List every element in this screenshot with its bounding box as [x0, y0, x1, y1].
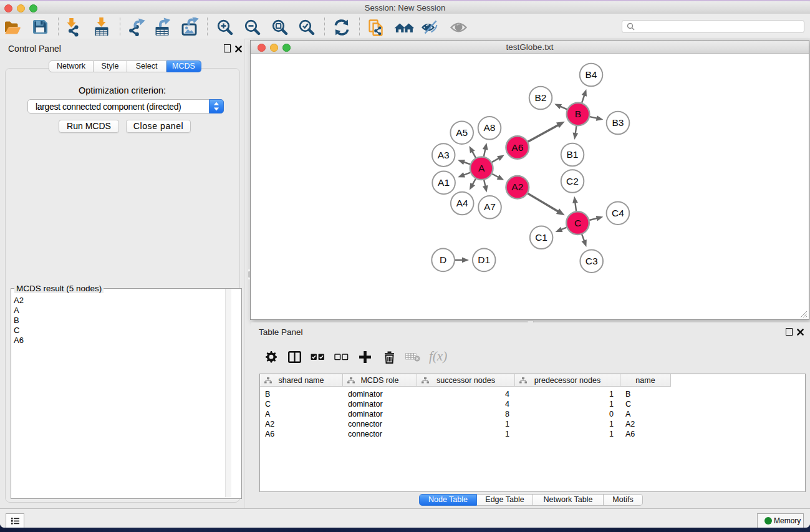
svg-text:B2: B2	[535, 92, 547, 103]
svg-text:A8: A8	[484, 122, 496, 133]
svg-text:B4: B4	[586, 69, 597, 80]
svg-text:A3: A3	[438, 150, 450, 160]
svg-text:A5: A5	[456, 127, 468, 138]
svg-text:C2: C2	[566, 176, 579, 186]
svg-text:A1: A1	[438, 177, 450, 188]
svg-text:C4: C4	[612, 208, 624, 218]
svg-text:B: B	[575, 109, 581, 119]
svg-text:A: A	[478, 163, 485, 173]
svg-text:A2: A2	[511, 181, 523, 192]
svg-text:C3: C3	[586, 256, 598, 266]
svg-text:C: C	[574, 218, 581, 228]
svg-text:D1: D1	[478, 254, 490, 265]
svg-text:A4: A4	[456, 198, 468, 208]
svg-text:A6: A6	[511, 142, 523, 153]
svg-text:B1: B1	[567, 149, 579, 160]
svg-text:B3: B3	[612, 117, 624, 128]
svg-text:A7: A7	[484, 201, 496, 212]
svg-text:C1: C1	[535, 232, 547, 243]
svg-text:D: D	[440, 254, 446, 265]
